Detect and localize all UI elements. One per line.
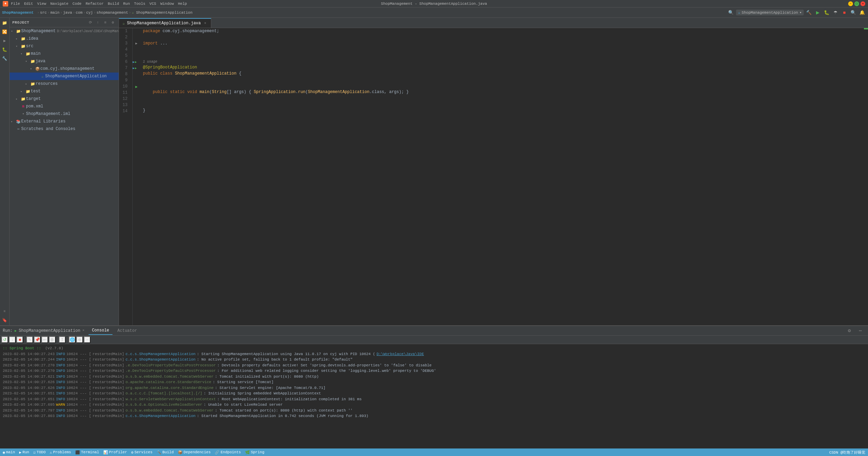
- sidebar-filter-icon[interactable]: ≡: [102, 19, 108, 26]
- breadcrumb-cyj[interactable]: cyj: [86, 11, 93, 15]
- tree-item-package[interactable]: ▾ 📦 com.cyj.shopmanagement: [10, 65, 119, 73]
- toolbar-run-button[interactable]: ▶: [814, 9, 822, 16]
- status-problems[interactable]: ⚠ Problems: [50, 450, 71, 455]
- activity-structure-icon[interactable]: ≡: [1, 308, 9, 315]
- tree-item-pom[interactable]: m pom.xml: [10, 103, 119, 110]
- menu-view[interactable]: View: [37, 2, 46, 6]
- tree-item-iml[interactable]: ▪ ShopManagement.iml: [10, 110, 119, 118]
- activity-commits-icon[interactable]: 🔀: [1, 28, 9, 36]
- tree-item-main[interactable]: ▾ 📁 main: [10, 50, 119, 57]
- tree-item-main-class[interactable]: ☕ ShopManagementApplication: [10, 73, 119, 80]
- activity-bookmarks-icon[interactable]: 🔖: [1, 316, 9, 324]
- toolbar-notification-button[interactable]: 🔔: [858, 9, 866, 16]
- status-spring[interactable]: 🌿 Spring: [245, 450, 265, 455]
- project-brand[interactable]: ShopManagement: [2, 11, 34, 15]
- menu-build[interactable]: Build: [108, 2, 119, 6]
- collapse-icon-3[interactable]: ▶: [135, 41, 137, 45]
- editor-tab-main[interactable]: ☕ ShopManagementApplication.java ×: [119, 18, 211, 28]
- sidebar-settings-icon[interactable]: ⚙: [110, 19, 116, 26]
- log-pid-5: 10624 --- [: [66, 379, 91, 385]
- run-config-selector[interactable]: ☕ ShopManagementApplication ▾: [736, 10, 804, 15]
- toolbar-jump-btn[interactable]: ↥: [59, 336, 66, 343]
- run-tab-close-icon[interactable]: ×: [82, 329, 84, 333]
- menu-edit[interactable]: Edit: [24, 2, 33, 6]
- editor-content[interactable]: 1 2 3 4 5 6 7 8 9 10 11 12 13 14 ▶: [119, 28, 868, 325]
- sidebar-sync-icon[interactable]: ⟳: [87, 19, 93, 26]
- toolbar-edit-cfg-btn[interactable]: ✎: [26, 336, 33, 343]
- status-run-btn[interactable]: ▶ Run: [19, 450, 29, 455]
- breadcrumb-com[interactable]: com: [76, 11, 82, 15]
- toolbar-search2-button[interactable]: 🔍: [850, 9, 857, 16]
- token-dot: .: [296, 89, 298, 95]
- status-dependencies[interactable]: 📦 Dependencies: [178, 450, 211, 455]
- menu-window[interactable]: Window: [160, 2, 174, 6]
- toolbar-add-btn[interactable]: ⊕: [76, 336, 83, 343]
- toolbar-restart-btn[interactable]: ↺: [1, 336, 8, 343]
- code-content[interactable]: package com.cyj.shopmanagement; import .…: [140, 28, 864, 325]
- menu-code[interactable]: Code: [72, 2, 81, 6]
- breadcrumb-java[interactable]: java: [63, 11, 72, 15]
- activity-debug-icon[interactable]: 🐛: [1, 46, 9, 53]
- status-endpoints[interactable]: 🔗 Endpoints: [215, 450, 241, 455]
- tree-item-root[interactable]: ▾ 📁 ShopManagement D:\Workplace\Java\IDE…: [10, 27, 119, 35]
- toolbar-scroll-btn[interactable]: ↓: [9, 336, 16, 343]
- toolbar-stop-run-btn[interactable]: ■: [16, 336, 23, 343]
- panel-more-icon[interactable]: ⋯: [856, 327, 865, 335]
- status-profiler[interactable]: 📊 Profiler: [103, 450, 127, 455]
- menu-navigate[interactable]: Navigate: [50, 2, 68, 6]
- toolbar-pin-btn[interactable]: 📌: [34, 336, 41, 343]
- close-button[interactable]: ×: [860, 1, 865, 6]
- menu-refactor[interactable]: Refactor: [85, 2, 104, 6]
- toolbar-coverage-button[interactable]: ☂: [832, 9, 839, 16]
- status-csdn[interactable]: CSDN @吃饱了好睡觉: [829, 450, 865, 455]
- breadcrumb-shopmanagement[interactable]: shopmanagement: [96, 11, 128, 15]
- run-icon-10[interactable]: ▶: [135, 84, 138, 89]
- tree-item-java[interactable]: ▾ 📁 java: [10, 57, 119, 65]
- run2-icon-6[interactable]: ▶: [135, 60, 136, 64]
- status-todo[interactable]: ☑ TODO: [33, 450, 45, 455]
- status-build[interactable]: 🔨 Build: [157, 450, 174, 455]
- toolbar-search-button[interactable]: 🔍: [727, 9, 735, 16]
- run-icon-6[interactable]: ▶: [133, 60, 134, 64]
- tree-item-test[interactable]: ▸ 📁 test: [10, 88, 119, 95]
- breadcrumb-src[interactable]: src: [40, 11, 47, 15]
- log-link-0[interactable]: D:\Workplace\Java\IDE: [376, 351, 424, 357]
- status-services[interactable]: ⚙ Services: [131, 450, 152, 455]
- toolbar-remove-btn[interactable]: −: [84, 336, 91, 343]
- panel-settings-icon[interactable]: ⚙: [844, 327, 854, 335]
- run-tab-label[interactable]: ShopManagementApplication: [19, 328, 80, 333]
- activity-run-icon[interactable]: ▶: [1, 37, 9, 44]
- tree-item-ext-libs[interactable]: ▸ 📚 External Libraries: [10, 118, 119, 125]
- menu-file[interactable]: File: [11, 2, 20, 6]
- breadcrumb-main[interactable]: main: [50, 11, 59, 15]
- tree-item-target[interactable]: ▸ 📁 target: [10, 95, 119, 103]
- maximize-button[interactable]: □: [854, 1, 859, 6]
- sidebar-collapse-icon[interactable]: ↑: [95, 19, 101, 26]
- run-icon-7[interactable]: ▶: [133, 66, 134, 70]
- tree-item-resources[interactable]: ▸ 📁 resources: [10, 80, 119, 88]
- tree-item-src[interactable]: ▾ 📁 src: [10, 42, 119, 50]
- toolbar-clear-btn[interactable]: 🗑: [49, 336, 56, 343]
- status-terminal[interactable]: ⬛ Terminal: [75, 450, 99, 455]
- activity-project-icon[interactable]: 📁: [1, 19, 9, 27]
- run2-icon-7[interactable]: ▶: [135, 66, 136, 70]
- tab-console[interactable]: Console: [89, 327, 112, 335]
- tab-close-main[interactable]: ×: [203, 21, 208, 26]
- activity-plugins-icon[interactable]: 🔧: [1, 55, 9, 62]
- toolbar-wrap-btn[interactable]: ↩: [41, 336, 48, 343]
- log-line-4: 2023-02-05 14:00:27.621 INFO 10624 --- […: [3, 374, 865, 380]
- toolbar-debug-button[interactable]: 🐛: [823, 9, 830, 16]
- toolbar-browser-btn[interactable]: 🌐: [69, 336, 76, 343]
- minimize-button[interactable]: −: [848, 1, 853, 6]
- tab-actuator[interactable]: Actuator: [114, 327, 141, 335]
- tree-item-scratches[interactable]: ✂ Scratches and Consoles: [10, 125, 119, 133]
- tree-item-idea[interactable]: ▸ 📁 .idea: [10, 35, 119, 42]
- menu-run[interactable]: Run: [123, 2, 130, 6]
- menu-vcs[interactable]: VCS: [149, 2, 156, 6]
- menu-help[interactable]: Help: [178, 2, 187, 6]
- status-vcs[interactable]: ◉ main: [3, 450, 15, 455]
- breadcrumb-file[interactable]: ShopManagementApplication: [136, 11, 192, 15]
- toolbar-build-button[interactable]: 🔨: [805, 9, 813, 16]
- toolbar-stop-button[interactable]: ■: [841, 9, 848, 16]
- menu-tools[interactable]: Tools: [134, 2, 145, 6]
